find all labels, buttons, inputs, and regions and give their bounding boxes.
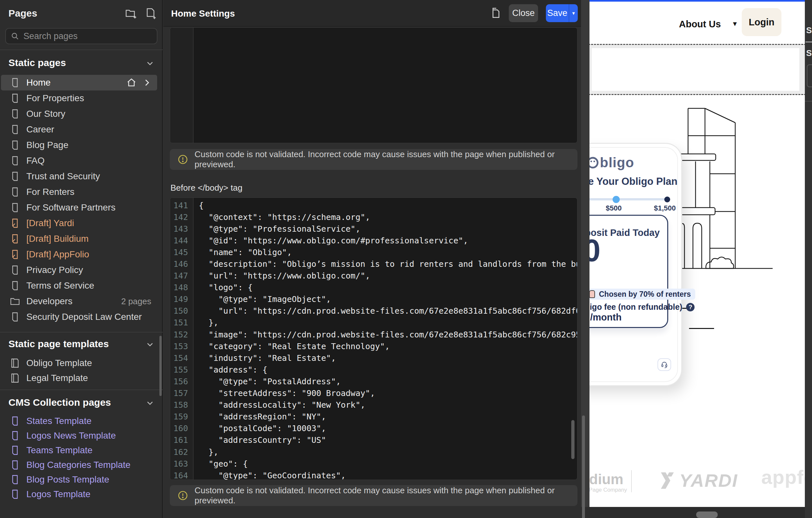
code-line: 142 "@context": "https://schema.org", [170,211,577,223]
sidebar-item-teams-template[interactable]: Teams Template [1,442,157,458]
page-icon [9,77,21,88]
sidebar-item-security-deposit-law-center[interactable]: Security Deposit Law Center [1,309,157,325]
sidebar-item-logos-template[interactable]: Logos Template [1,486,157,502]
fee-line-text: Obligo fee (non refundable) [589,302,682,312]
sidebar-item-terms-of-service[interactable]: Terms of Service [1,278,157,293]
page-icon [9,124,21,135]
sidebar-item-draft-yardi[interactable]: [Draft] Yardi [1,215,157,231]
section-static-pages[interactable]: Static pages [8,57,66,68]
chevron-down-icon[interactable] [145,398,155,408]
sidebar-item-blog-posts-template[interactable]: Blog Posts Template [1,472,157,487]
sidebar-item-obligo-template[interactable]: Obligo Template [1,355,157,371]
support-chat-button[interactable] [658,358,671,371]
sidebar-item-for-properties[interactable]: For Properties [1,90,157,106]
page-icon [9,311,21,322]
logo-divider [631,470,632,492]
sidebar-item-developers[interactable]: Developers2 pages [1,293,157,309]
sidebar-item-career[interactable]: Career [1,122,157,137]
yardi-logo-text: YARDI [679,470,738,491]
new-folder-icon[interactable] [124,7,137,20]
code-line: 151 }, [170,317,577,328]
pages-sidebar: Pages Static pages Home For Properties O… [0,0,163,518]
sidebar-item-label: For Renters [26,187,75,197]
building-illustration [676,97,805,273]
sidebar-item-home[interactable]: Home [1,75,157,90]
sidebar-item-privacy-policy[interactable]: Privacy Policy [1,262,157,278]
code-line: 158 "addressLocality": "New York", [170,399,577,411]
draft-page-icon [9,233,21,244]
nav-about-us[interactable]: About Us [679,19,731,30]
duplicate-icon[interactable] [489,7,502,20]
save-button[interactable]: Save ▾ [546,4,578,22]
sidebar-item-states-template[interactable]: States Template [1,413,157,429]
sidebar-item-for-software-partners[interactable]: For Software Partners [1,200,157,215]
sidebar-scrollbar[interactable] [160,336,162,396]
code-line: 164 "@type": "GeoCoordinates", [170,469,577,480]
sidebar-item-label: States Template [26,416,91,426]
sidebar-item-draft-appfolio[interactable]: [Draft] AppFolio [1,247,157,262]
sidebar-item-our-story[interactable]: Our Story [1,106,157,122]
sidebar-item-label: Blog Categories Template [26,460,130,470]
sidebar-item-blog-categories-template[interactable]: Blog Categories Template [1,457,157,473]
buildium-logo: Buildium [589,471,623,487]
custom-code-warning: Custom code is not validated. Incorrect … [170,149,577,170]
before-body-code-editor[interactable]: 141{ 142 "@context": "https://schema.org… [170,198,577,480]
code-line: 141{ [170,199,577,211]
site-preview-canvas: About Us ▼ Login [581,0,812,518]
plan-slider-max-dot[interactable] [664,197,670,202]
sidebar-item-faq[interactable]: FAQ [1,153,157,169]
code-line: 154 "industry": "Real Estate", [170,352,577,364]
sidebar-item-label: Security Deposit Law Center [26,312,142,322]
warning-icon [178,154,188,165]
obligo-logo: bligo [589,155,655,171]
horizontal-scrollbar[interactable] [696,512,718,518]
code-lines: 141{ 142 "@context": "https://schema.org… [170,199,577,480]
sidebar-item-label: [Draft] Buildium [26,234,88,244]
chevron-down-icon[interactable] [145,340,155,349]
code-line: 161 "addressCountry": "US" [170,434,577,446]
save-button-label[interactable]: Save [546,4,569,22]
selected-section-outline[interactable] [589,44,805,95]
page-icon [9,171,21,182]
deposit-card: Deposit Paid Today $0 Chosen by 70% of r… [589,215,668,328]
sidebar-item-blog-page[interactable]: Blog Page [1,137,157,153]
code-editor-scrollbar[interactable] [571,420,575,459]
chevron-down-icon[interactable] [145,59,155,68]
sidebar-item-logos-news-template[interactable]: Logos News Template [1,428,157,443]
sidebar-item-trust-and-security[interactable]: Trust and Security [1,169,157,184]
close-button[interactable]: Close [509,4,538,22]
sidebar-item-for-renters[interactable]: For Renters [1,184,157,200]
code-line: 145 "name": "Obligo", [170,246,577,258]
search-pages-input[interactable] [23,31,147,41]
code-line: 155 "address": { [170,364,577,375]
new-page-icon[interactable] [144,7,156,20]
login-button[interactable]: Login [742,8,781,36]
help-icon[interactable]: ? [686,303,695,311]
pages-title: Pages [8,8,37,19]
nav-dropdown-icon[interactable]: ▼ [732,20,738,28]
before-body-tag-label: Before </body> tag [171,183,242,193]
code-line: 163 "geo": { [170,458,577,469]
page-icon [9,264,21,276]
code-line: 144 "@id": "https://www.obligo.com/#prof… [170,235,577,246]
sidebar-item-legal-template[interactable]: Legal Template [1,370,157,386]
sidebar-item-label: Trust and Security [26,171,100,181]
panel-scrollbar[interactable] [582,415,585,518]
plan-slider-handle[interactable] [613,196,620,203]
warning-icon [178,490,188,501]
plan-slider-track[interactable] [589,198,669,200]
warning-text: Custom code is not validated. Incorrect … [195,486,577,506]
page-icon [9,186,21,198]
code-line: 153 "category": "Real Estate Technology"… [170,340,577,352]
sidebar-item-draft-buildium[interactable]: [Draft] Buildium [1,231,157,247]
renters-badge: Chosen by 70% of renters [589,289,695,300]
before-head-code-editor[interactable] [170,27,577,143]
home-settings-panel: Home Settings Close Save ▾ Custom code i… [163,0,581,518]
sidebar-item-label: Legal Template [26,373,88,383]
divider [0,332,163,333]
code-line: 143 "@type": "ProfessionalService", [170,223,577,235]
section-static-page-templates[interactable]: Static page templates [8,338,109,349]
save-dropdown-icon[interactable]: ▾ [569,4,578,22]
section-cms-collection-pages[interactable]: CMS Collection pages [8,397,111,408]
chevron-right-icon[interactable] [142,77,152,88]
